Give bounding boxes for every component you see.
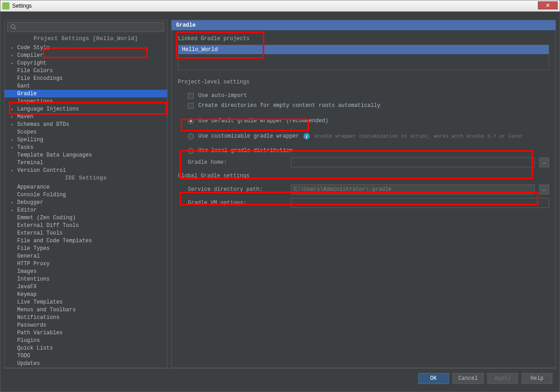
gradle-home-browse-button[interactable]: … xyxy=(539,157,549,167)
content-title: Gradle xyxy=(172,20,555,30)
sidebar-item-code-style[interactable]: Code Style xyxy=(5,44,167,51)
linked-project-item[interactable]: Hello_World xyxy=(178,45,549,54)
sidebar-item-maven[interactable]: Maven xyxy=(5,113,167,120)
settings-tree: Code StyleCompilerCopyrightFile ColorsFi… xyxy=(5,44,167,368)
apply-button[interactable]: Apply xyxy=(487,373,518,384)
project-level-label: Project-level settings xyxy=(178,79,549,85)
sidebar-item-quick-lists[interactable]: Quick Lists xyxy=(5,344,167,352)
sidebar-item-file-types[interactable]: File Types xyxy=(5,244,167,252)
sidebar-item-live-templates[interactable]: Live Templates xyxy=(5,298,167,306)
sidebar-item-intentions[interactable]: Intentions xyxy=(5,275,167,283)
search-icon xyxy=(10,24,17,30)
sidebar-item-external-diff-tools[interactable]: External Diff Tools xyxy=(5,221,167,229)
sidebar-item-path-variables[interactable]: Path Variables xyxy=(5,329,167,337)
cancel-button[interactable]: Cancel xyxy=(453,373,484,384)
default-wrapper-radio[interactable] xyxy=(188,118,194,124)
content-panel: Gradle Linked Gradle projects Hello_Worl… xyxy=(171,20,556,368)
create-dirs-label: Create directories for empty content roo… xyxy=(198,102,380,109)
sidebar-item-gant[interactable]: Gant xyxy=(5,82,167,90)
sidebar-item-file-encodings[interactable]: File Encodings xyxy=(5,74,167,82)
sidebar-item-emmet-zen-coding-[interactable]: Emmet (Zen Coding) xyxy=(5,214,167,221)
sidebar-item-images[interactable]: Images xyxy=(5,267,167,275)
sidebar-item-file-and-code-templates[interactable]: File and Code Templates xyxy=(5,237,167,244)
sidebar-item-appearance[interactable]: Appearance xyxy=(5,183,167,191)
sidebar-item-general[interactable]: General xyxy=(5,252,167,260)
sidebar-item-schemas-and-dtds[interactable]: Schemas and DTDs xyxy=(5,120,167,128)
service-dir-label: Service directory path: xyxy=(188,186,286,193)
sidebar-item-tasks[interactable]: Tasks xyxy=(5,143,167,151)
sidebar-item-keymap[interactable]: Keymap xyxy=(5,291,167,298)
settings-sidebar: Project Settings [Hello_World] Code Styl… xyxy=(4,20,168,368)
sidebar-item-inspections[interactable]: Inspections xyxy=(5,97,167,105)
local-dist-label: Use local gradle distribution xyxy=(198,148,293,154)
custom-wrapper-label: Use customizable gradle wrapper xyxy=(198,133,299,139)
sidebar-item-todo[interactable]: TODO xyxy=(5,352,167,360)
sidebar-item-terminal[interactable]: Terminal xyxy=(5,159,167,166)
wrapper-hint: Gradle wrapper customization in script, … xyxy=(314,134,523,139)
sidebar-item-scopes[interactable]: Scopes xyxy=(5,128,167,136)
help-button[interactable]: Help xyxy=(522,373,552,384)
service-dir-browse-button[interactable]: … xyxy=(539,184,549,194)
sidebar-item-passwords[interactable]: Passwords xyxy=(5,321,167,329)
ok-button[interactable]: OK xyxy=(418,373,449,384)
vm-options-input[interactable] xyxy=(291,198,549,208)
linked-projects-list[interactable]: Hello_World xyxy=(178,45,549,70)
sidebar-item-updates[interactable]: Updates xyxy=(5,360,167,367)
linked-projects-label: Linked Gradle projects xyxy=(178,36,549,42)
sidebar-item-copyright[interactable]: Copyright xyxy=(5,59,167,67)
button-bar: OK Cancel Apply Help xyxy=(4,368,556,388)
create-dirs-checkbox[interactable] xyxy=(188,103,194,109)
sidebar-item-debugger[interactable]: Debugger xyxy=(5,198,167,206)
auto-import-label: Use auto-import xyxy=(198,92,247,99)
gradle-home-input[interactable] xyxy=(291,157,535,167)
window-title: Settings xyxy=(12,3,32,9)
sidebar-item-javafx[interactable]: JavaFX xyxy=(5,283,167,291)
global-settings-label: Global Gradle settings xyxy=(178,173,549,179)
sidebar-item-notifications[interactable]: Notifications xyxy=(5,314,167,321)
search-input[interactable] xyxy=(7,22,164,32)
project-settings-header: Project Settings [Hello_World] xyxy=(5,35,167,44)
sidebar-item-file-colors[interactable]: File Colors xyxy=(5,67,167,74)
sidebar-item-plugins[interactable]: Plugins xyxy=(5,337,167,344)
local-dist-radio[interactable] xyxy=(188,148,194,154)
sidebar-item-http-proxy[interactable]: HTTP Proxy xyxy=(5,260,167,267)
sidebar-item-template-data-languages[interactable]: Template Data Languages xyxy=(5,151,167,159)
sidebar-item-console-folding[interactable]: Console Folding xyxy=(5,191,167,198)
gradle-home-label: Gradle home: xyxy=(188,159,286,166)
sidebar-item-spelling[interactable]: Spelling xyxy=(5,136,167,143)
sidebar-item-language-injections[interactable]: Language Injections xyxy=(5,105,167,113)
sidebar-item-compiler[interactable]: Compiler xyxy=(5,51,167,59)
vm-options-label: Gradle VM options: xyxy=(188,200,286,206)
sidebar-item-external-tools[interactable]: External Tools xyxy=(5,229,167,237)
window-titlebar: Settings ✕ xyxy=(0,0,560,12)
default-wrapper-label: Use default gradle wrapper (recommended) xyxy=(198,118,328,124)
sidebar-item-editor[interactable]: Editor xyxy=(5,206,167,214)
ide-settings-header: IDE Settings xyxy=(5,174,167,183)
app-icon xyxy=(2,2,9,9)
sidebar-item-menus-and-toolbars[interactable]: Menus and Toolbars xyxy=(5,306,167,314)
info-icon: i xyxy=(303,133,310,139)
sidebar-item-gradle[interactable]: Gradle xyxy=(5,90,167,97)
auto-import-checkbox[interactable] xyxy=(188,93,194,99)
window-close-button[interactable]: ✕ xyxy=(538,1,558,9)
sidebar-item-version-control[interactable]: Version Control xyxy=(5,166,167,174)
custom-wrapper-radio[interactable] xyxy=(188,134,194,139)
service-dir-input[interactable] xyxy=(291,184,535,194)
